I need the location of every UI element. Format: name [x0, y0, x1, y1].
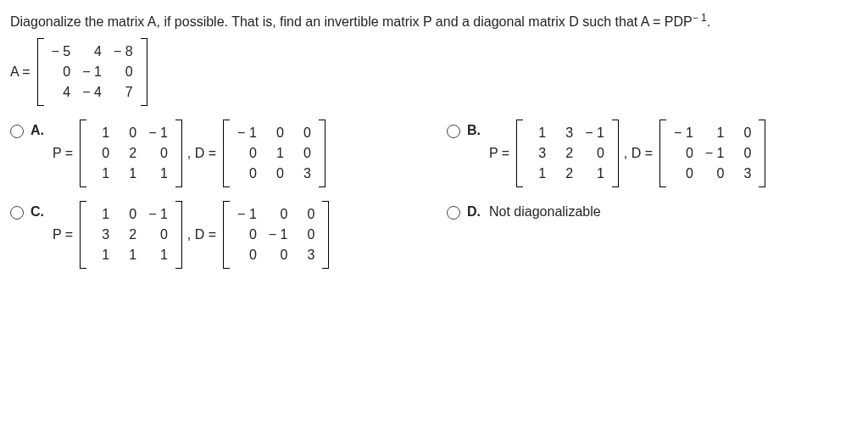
radio-b[interactable] — [447, 125, 460, 138]
answer-choices: A. P = 10− 1 020 111 , D = − 100 010 003 — [10, 121, 858, 269]
choice-a[interactable]: A. P = 10− 1 020 111 , D = − 100 010 003 — [10, 121, 421, 187]
choice-d-text: Not diagonalizable — [489, 204, 601, 220]
p-label-b: P = — [489, 146, 509, 161]
choice-c[interactable]: C. P = 10− 1 320 111 , D = − 100 0− 10 0… — [10, 203, 421, 269]
choice-d[interactable]: D. Not diagonalizable — [447, 203, 858, 269]
choice-b[interactable]: B. P = 13− 1 320 121 , D = − 110 0− 10 0… — [447, 121, 858, 187]
question-formula-lhs: A = PDP — [641, 14, 693, 29]
question-formula-exp: − 1 — [693, 12, 707, 24]
question-suffix: . — [707, 14, 710, 29]
matrix-p-b: 13− 1 320 121 — [516, 120, 619, 187]
choice-d-letter: D. — [467, 204, 482, 220]
matrix-d-b: − 110 0− 10 003 — [659, 120, 765, 187]
a-label: A = — [10, 64, 31, 80]
matrix-p-c: 10− 1 320 111 — [80, 201, 182, 269]
radio-a[interactable] — [10, 125, 24, 138]
matrix-d-a: − 100 010 003 — [223, 120, 326, 187]
p-label-a: P = — [53, 146, 73, 161]
p-label-c: P = — [53, 227, 73, 242]
radio-d[interactable] — [447, 206, 460, 220]
question-prefix: Diagonalize the matrix A, if possible. T… — [10, 14, 641, 29]
matrix-a: − 54− 8 0− 10 4− 47 — [37, 38, 147, 106]
choice-b-letter: B. — [467, 123, 482, 138]
d-label-a: , D = — [187, 146, 216, 161]
choice-a-letter: A. — [31, 123, 46, 138]
matrix-d-c: − 100 0− 10 003 — [223, 201, 329, 269]
d-label-b: , D = — [624, 146, 653, 161]
d-label-c: , D = — [187, 227, 216, 242]
matrix-p-a: 10− 1 020 111 — [80, 120, 182, 187]
question-text: Diagonalize the matrix A, if possible. T… — [10, 12, 858, 30]
choice-c-letter: C. — [31, 204, 46, 220]
radio-c[interactable] — [10, 206, 24, 220]
matrix-a-equation: A = − 54− 8 0− 10 4− 47 — [10, 38, 149, 106]
